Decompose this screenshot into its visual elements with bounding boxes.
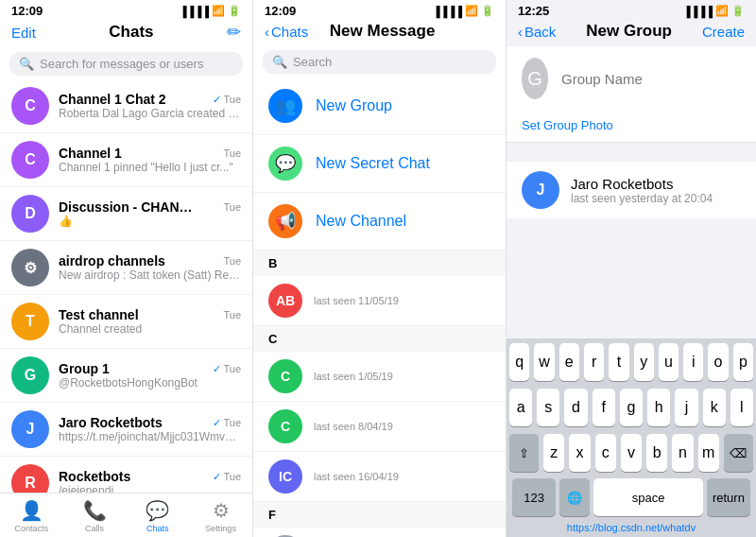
key-v[interactable]: v: [621, 434, 642, 472]
contact-item-c3[interactable]: IC last seen 16/04/19: [253, 452, 506, 502]
back-label-2: Chats: [271, 24, 308, 40]
key-e[interactable]: e: [559, 343, 579, 381]
contact-item-f1[interactable]: F last seen 22/02/19: [253, 528, 506, 537]
chats-search-bar[interactable]: 🔍 Search for messages or users: [9, 52, 243, 76]
key-y[interactable]: y: [634, 343, 654, 381]
avatar-c4: ⚙: [11, 249, 49, 286]
edit-button[interactable]: Edit: [11, 25, 36, 41]
chat-item-c8[interactable]: R Rocketbots ✓ Tue /ejejenendj: [0, 457, 252, 493]
key-p[interactable]: p: [733, 343, 753, 381]
tab-bar: 👤 Contacts 📞 Calls 💬 Chats ⚙ Settings: [0, 493, 252, 537]
chat-preview-c1: Roberta Dal Lago Garcia created the gr..…: [59, 107, 241, 120]
chat-name-c6: Group 1: [59, 361, 110, 376]
chat-preview-c4: New airdrop : Satt token (Satt) Reward :…: [59, 268, 241, 282]
space-key[interactable]: space: [593, 478, 702, 516]
shift-key[interactable]: ⇧: [509, 434, 539, 472]
num-key[interactable]: 123: [512, 478, 556, 516]
back-button-2[interactable]: ‹ Chats: [265, 24, 308, 40]
key-z[interactable]: z: [543, 434, 564, 472]
key-m[interactable]: m: [698, 434, 719, 472]
chat-item-c1[interactable]: C Channel 1 Chat 2 ✓ Tue Roberta Dal Lag…: [0, 79, 252, 133]
set-group-photo-link[interactable]: Set Group Photo: [507, 111, 756, 143]
action-label-new-group: New Group: [316, 97, 392, 114]
chat-item-c3[interactable]: D Discussion - CHANNEL 1 Tue 👍: [0, 187, 252, 241]
checkmark-icon: ✓: [213, 363, 221, 375]
wifi-icon-2: 📶: [465, 5, 478, 17]
nm-search-placeholder: Search: [293, 55, 332, 69]
search-icon: 🔍: [19, 57, 34, 71]
member-item-m1[interactable]: J Jaro Rocketbots last seen yesterday at…: [507, 162, 756, 218]
contact-info-c1: last seen 1/05/19: [314, 371, 490, 382]
key-u[interactable]: u: [659, 343, 679, 381]
new-group-title: New Group: [586, 22, 672, 41]
camera-icon: G: [527, 68, 542, 90]
key-j[interactable]: j: [675, 389, 697, 426]
action-new-channel[interactable]: 📢 New Channel: [253, 193, 506, 251]
tab-icon-settings: ⚙: [213, 499, 230, 522]
tab-calls[interactable]: 📞 Calls: [63, 499, 127, 533]
key-b[interactable]: b: [646, 434, 667, 472]
chat-time-c6: ✓ Tue: [213, 363, 241, 375]
chat-list: C Channel 1 Chat 2 ✓ Tue Roberta Dal Lag…: [0, 79, 252, 493]
key-n[interactable]: n: [672, 434, 693, 472]
return-key[interactable]: return: [707, 478, 750, 516]
status-bar-2: 12:09 ▐▐▐▐ 📶 🔋: [253, 0, 506, 20]
contact-info-c3: last seen 16/04/19: [314, 471, 490, 482]
chat-item-c5[interactable]: T Test channel Tue Channel created: [0, 295, 252, 349]
chat-time-c1: ✓ Tue: [213, 94, 241, 106]
key-r[interactable]: r: [584, 343, 604, 381]
checkmark-icon: ✓: [213, 471, 221, 483]
chat-preview-c3: 👍: [59, 215, 241, 228]
back-label-3: Back: [524, 24, 556, 40]
create-button[interactable]: Create: [702, 24, 745, 40]
contact-item-b1[interactable]: AB last seen 11/05/19: [253, 276, 506, 326]
globe-key[interactable]: 🌐: [559, 478, 590, 516]
contact-item-c1[interactable]: C last seen 1/05/19: [253, 352, 506, 402]
group-avatar[interactable]: G: [522, 58, 548, 99]
action-new-secret[interactable]: 💬 New Secret Chat: [253, 135, 506, 193]
chat-time-c5: Tue: [223, 309, 241, 320]
chat-item-c2[interactable]: C Channel 1 Tue Channel 1 pinned "Hello …: [0, 133, 252, 187]
url-bar: https://blog.csdn.net/whatdv: [507, 520, 756, 537]
key-a[interactable]: a: [509, 389, 532, 426]
key-f[interactable]: f: [593, 389, 615, 426]
key-k[interactable]: k: [703, 389, 726, 426]
key-w[interactable]: w: [534, 343, 554, 381]
new-message-panel: 12:09 ▐▐▐▐ 📶 🔋 ‹ Chats New Message 🔍 Sea…: [253, 0, 507, 537]
chats-panel: 12:09 ▐▐▐▐ 📶 🔋 Edit Chats ✏ 🔍 Search for…: [0, 0, 253, 537]
tab-chats[interactable]: 💬 Chats: [127, 499, 190, 533]
avatar-c7: J: [11, 410, 49, 448]
contact-status-c1: last seen 1/05/19: [314, 371, 490, 382]
delete-key[interactable]: ⌫: [724, 434, 753, 472]
key-s[interactable]: s: [537, 389, 559, 426]
group-name-input[interactable]: [561, 71, 741, 87]
checkmark-icon: ✓: [213, 94, 221, 106]
chat-item-c4[interactable]: ⚙ airdrop channels Tue New airdrop : Sat…: [0, 241, 252, 295]
key-x[interactable]: x: [569, 434, 590, 472]
key-d[interactable]: d: [564, 389, 587, 426]
key-l[interactable]: l: [730, 389, 753, 426]
compose-icon[interactable]: ✏: [227, 22, 241, 43]
avatar-c3: D: [11, 195, 49, 233]
tab-settings[interactable]: ⚙ Settings: [189, 499, 252, 533]
signal-icon-2: ▐▐▐▐: [433, 6, 462, 17]
key-t[interactable]: t: [609, 343, 628, 381]
key-h[interactable]: h: [647, 389, 670, 426]
back-button-3[interactable]: ‹ Back: [518, 24, 556, 40]
key-i[interactable]: i: [683, 343, 703, 381]
action-new-group[interactable]: 👥 New Group: [253, 78, 506, 135]
chat-item-c6[interactable]: G Group 1 ✓ Tue @RocketbotsHongKongBot: [0, 349, 252, 403]
key-q[interactable]: q: [509, 343, 529, 381]
key-o[interactable]: o: [708, 343, 728, 381]
new-message-search[interactable]: 🔍 Search: [263, 50, 496, 74]
key-g[interactable]: g: [620, 389, 643, 426]
key-c[interactable]: c: [595, 434, 616, 472]
chat-time-c8: ✓ Tue: [213, 471, 241, 483]
tab-label-settings: Settings: [205, 524, 236, 533]
action-label-new-secret: New Secret Chat: [316, 155, 430, 172]
chat-item-c7[interactable]: J Jaro Rocketbots ✓ Tue https://t.me/joi…: [0, 403, 252, 457]
tab-contacts[interactable]: 👤 Contacts: [0, 499, 63, 533]
avatar-c8: R: [11, 464, 49, 493]
contact-item-c2[interactable]: C last seen 8/04/19: [253, 402, 506, 452]
contact-avatar-c2: C: [268, 409, 302, 443]
